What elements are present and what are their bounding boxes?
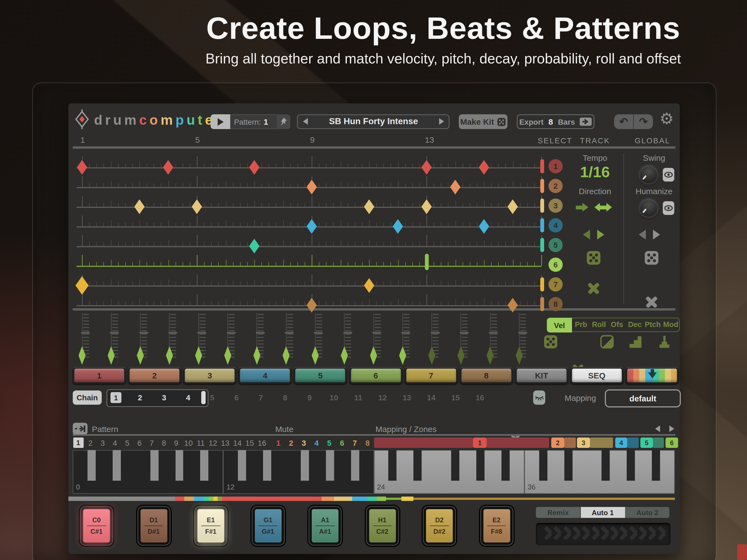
black-key[interactable] <box>301 450 309 481</box>
zone-cell[interactable]: 2 <box>551 437 564 448</box>
pattern-number[interactable]: 1 <box>264 117 268 126</box>
track-select-circle[interactable]: 6 <box>548 258 563 272</box>
tempo-value[interactable]: 1/16 <box>569 163 621 181</box>
pattern-page-next-icon[interactable] <box>669 426 674 432</box>
zone-cell[interactable]: 5 <box>640 437 653 448</box>
pad[interactable]: D2D#2 <box>423 506 456 546</box>
lane-tab[interactable]: Ofs <box>608 321 626 329</box>
kit-button[interactable]: KIT <box>515 367 568 384</box>
pattern-number[interactable]: 2 <box>85 439 96 447</box>
mute-track-number[interactable]: 8 <box>362 439 373 447</box>
pattern-number[interactable]: 3 <box>97 439 108 447</box>
global-prev-icon[interactable] <box>639 230 646 239</box>
humanize-knob[interactable] <box>640 199 657 217</box>
black-key[interactable] <box>652 450 660 481</box>
pad[interactable]: H1C#2 <box>366 506 399 546</box>
automation-option[interactable]: Auto 2 <box>625 507 670 518</box>
preset-prev-icon[interactable] <box>303 118 308 125</box>
direction-forward-icon[interactable] <box>576 203 589 212</box>
black-key[interactable] <box>539 450 547 481</box>
global-next-icon[interactable] <box>653 230 660 239</box>
pattern-number[interactable]: 16 <box>256 439 267 447</box>
automation-option[interactable]: Remix <box>536 507 580 518</box>
velocity-center-icon[interactable] <box>657 335 672 349</box>
chain-step[interactable]: 4 <box>183 393 194 402</box>
black-key[interactable] <box>501 450 510 481</box>
track-button[interactable]: 7 <box>404 367 458 384</box>
random-kit-button[interactable] <box>626 367 679 384</box>
lane-tab[interactable]: Dec <box>626 321 644 329</box>
pad[interactable]: C0C#1 <box>80 506 113 546</box>
humanize-eye-icon[interactable] <box>663 201 674 215</box>
chain-step[interactable]: 11 <box>353 393 364 402</box>
track-select-circle[interactable]: 3 <box>548 199 563 213</box>
swing-eye-icon[interactable] <box>663 168 674 182</box>
track-prev-icon[interactable] <box>583 230 590 239</box>
chain-eye-closed-icon[interactable] <box>533 390 545 405</box>
lane-tab[interactable]: Ptch <box>644 321 662 329</box>
track-button[interactable]: 8 <box>460 367 513 384</box>
redo-button[interactable]: ↷ <box>634 114 653 129</box>
seq-button[interactable]: SEQ <box>570 367 623 384</box>
track-select-circle[interactable]: 8 <box>548 297 563 311</box>
black-key[interactable] <box>200 450 209 481</box>
black-key[interactable] <box>263 450 271 481</box>
velocity-dice-icon[interactable] <box>544 335 558 349</box>
global-dice-icon[interactable] <box>644 251 659 265</box>
black-key[interactable] <box>238 450 246 481</box>
zone-cell[interactable]: 4 <box>615 437 627 448</box>
chain-range-handle[interactable] <box>201 391 206 404</box>
mapping-preset-button[interactable]: default <box>605 389 681 407</box>
chain-step[interactable]: 14 <box>426 393 437 402</box>
zone-extent[interactable] <box>627 437 639 448</box>
pattern-number[interactable]: 9 <box>171 439 182 447</box>
pad[interactable]: E2F#8 <box>480 506 513 546</box>
track-button[interactable]: 2 <box>128 367 181 384</box>
chain-step[interactable]: 8 <box>280 393 291 402</box>
black-key[interactable] <box>389 450 397 481</box>
chain-step[interactable]: 3 <box>159 393 170 402</box>
pattern-number[interactable]: 10 <box>183 439 194 447</box>
swing-knob[interactable] <box>640 166 657 183</box>
track-button[interactable]: 6 <box>349 367 402 384</box>
make-kit-button[interactable]: Make Kit <box>459 114 508 129</box>
zone-extent[interactable] <box>653 437 664 448</box>
zone-cell[interactable]: 6 <box>666 437 678 448</box>
black-key[interactable] <box>627 450 635 481</box>
export-bars-value[interactable]: 8 <box>548 117 553 126</box>
zone-cell[interactable]: 3 <box>577 437 590 448</box>
track-select-circle[interactable]: 4 <box>548 218 563 232</box>
track-button[interactable]: 4 <box>239 367 292 384</box>
velocity-stairs-icon[interactable] <box>628 335 643 349</box>
pad[interactable]: E1F#1 <box>194 506 228 546</box>
seq-play-marker[interactable] <box>424 254 429 270</box>
mute-track-number[interactable]: 3 <box>298 439 309 447</box>
pattern-number[interactable]: 5 <box>122 439 133 447</box>
track-select-circle[interactable]: 7 <box>548 277 563 291</box>
track-next-icon[interactable] <box>597 230 604 239</box>
track-button[interactable]: 1 <box>73 367 126 384</box>
zone-cell[interactable]: 1 <box>473 437 487 448</box>
pattern-number[interactable]: 15 <box>244 439 255 447</box>
chain-step[interactable]: 2 <box>134 393 146 402</box>
pattern-number-current[interactable]: 1 <box>73 437 83 448</box>
chain-button[interactable]: Chain <box>73 390 102 405</box>
preset-next-icon[interactable] <box>439 118 444 125</box>
chain-step[interactable]: 9 <box>304 393 315 402</box>
pattern-number[interactable]: 4 <box>109 439 120 447</box>
track-select-circle[interactable]: 2 <box>548 179 563 193</box>
track-clear-icon[interactable] <box>587 281 600 294</box>
lane-tab-active[interactable]: Vel <box>547 318 572 332</box>
automation-option[interactable]: Auto 1 <box>581 507 625 518</box>
pattern-number[interactable]: 7 <box>146 439 157 447</box>
chain-step[interactable]: 16 <box>474 393 485 402</box>
lane-tab[interactable]: Roll <box>590 321 608 329</box>
chain-step[interactable]: 6 <box>231 393 242 402</box>
black-key[interactable] <box>351 450 359 481</box>
pattern-number[interactable]: 14 <box>232 439 243 447</box>
direction-pingpong-icon[interactable] <box>594 203 612 212</box>
pattern-number[interactable]: 8 <box>159 439 170 447</box>
black-key[interactable] <box>451 450 459 481</box>
mute-track-number[interactable]: 2 <box>286 439 297 447</box>
preset-name[interactable]: SB Hun Forty Intense <box>313 117 434 126</box>
